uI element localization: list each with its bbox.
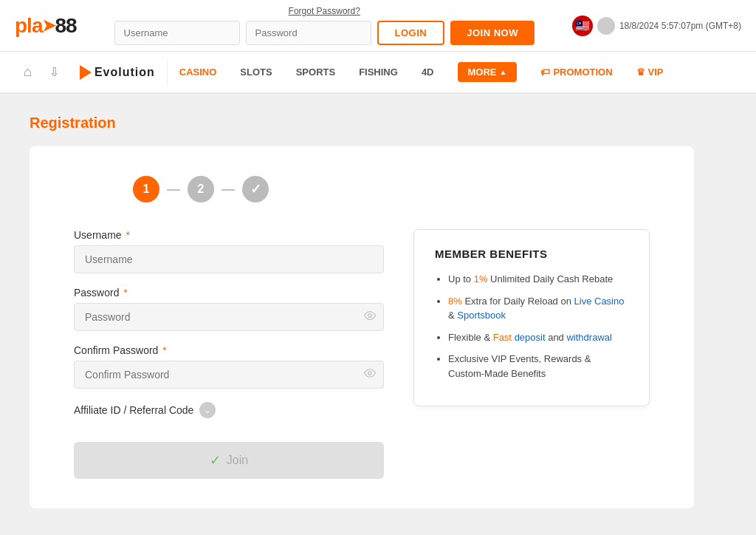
username-required: * — [126, 229, 129, 241]
nav-more[interactable]: MORE ▲ — [446, 52, 529, 92]
nav-bar: ⌂ ⇩ Evolution CASINO SLOTS SPORTS FISHIN… — [0, 52, 756, 94]
password-required: * — [123, 287, 127, 299]
nav-promotion[interactable]: 🏷 PROMOTION — [529, 56, 624, 88]
confirm-password-field-group: Confirm Password * — [74, 344, 384, 389]
nav-items: CASINO SLOTS SPORTS FISHING 4D MORE ▲ 🏷 … — [168, 52, 676, 92]
svg-point-0 — [368, 314, 372, 318]
join-button[interactable]: ✓ Join — [74, 442, 384, 479]
datetime-display: 18/8/2024 5:57:07pm (GMT+8) — [619, 21, 741, 31]
benefits-list: Up to 1% Unlimited Daily Cash Rebate 8% … — [435, 272, 628, 381]
login-button[interactable]: LOGIN — [377, 21, 445, 45]
step-3: ✓ — [242, 176, 269, 202]
forgot-password-link[interactable]: Forgot Password? — [289, 6, 360, 16]
nav-fishing[interactable]: FISHING — [347, 56, 410, 88]
affiliate-expand-icon[interactable]: ⌄ — [199, 402, 216, 418]
username-input[interactable] — [114, 21, 240, 45]
percent-icon: 🏷 — [540, 67, 550, 78]
benefit-item-3: Flexible & Fast deposit and withdrawal — [448, 330, 628, 345]
evo-arrow-icon — [80, 65, 92, 80]
password-input-wrap — [74, 303, 384, 331]
svg-point-1 — [368, 372, 372, 375]
reg-username-input[interactable] — [74, 245, 384, 273]
home-icon[interactable]: ⌂ — [15, 55, 41, 89]
confirm-password-required: * — [162, 344, 166, 356]
affiliate-row[interactable]: Affiliate ID / Referral Code ⌄ — [74, 402, 384, 418]
username-input-wrap — [74, 245, 384, 273]
main-content: Registration 1 — 2 — ✓ Username * — [0, 94, 756, 529]
username-label: Username * — [74, 229, 384, 241]
locale-section: 🇲🇾 18/8/2024 5:57:07pm (GMT+8) — [572, 16, 741, 36]
steps-indicator: 1 — 2 — ✓ — [74, 176, 650, 202]
confirm-password-input-wrap — [74, 361, 384, 389]
password-field-group: Password * — [74, 287, 384, 331]
registration-card: 1 — 2 — ✓ Username * — [30, 146, 694, 508]
nav-more-badge: MORE ▲ — [458, 62, 518, 82]
step-divider-2: — — [221, 182, 235, 197]
form-fields: Username * Password * — [74, 229, 384, 479]
nav-more-label: MORE — [468, 67, 497, 78]
nav-slots[interactable]: SLOTS — [228, 56, 284, 88]
benefit-item-1: Up to 1% Unlimited Daily Cash Rebate — [448, 272, 628, 287]
confirm-password-label: Confirm Password * — [74, 344, 384, 356]
password-label: Password * — [74, 287, 384, 299]
username-field-group: Username * — [74, 229, 384, 273]
logo: pla ➤ 88 — [15, 14, 77, 38]
reg-confirm-password-input[interactable] — [74, 361, 384, 389]
benefit-item-2: 8% Extra for Daily Reload on Live Casino… — [448, 294, 628, 323]
affiliate-label: Affiliate ID / Referral Code — [74, 404, 193, 416]
benefits-card: MEMBER BENEFITS Up to 1% Unlimited Daily… — [413, 229, 650, 406]
nav-vip[interactable]: ♛ VIP — [625, 56, 676, 88]
nav-vip-label: VIP — [648, 67, 664, 78]
nav-casino[interactable]: CASINO — [168, 56, 229, 88]
check-icon: ✓ — [210, 452, 221, 468]
step-divider-1: — — [167, 182, 180, 197]
nav-promotion-label: PROMOTION — [553, 67, 612, 78]
step-1: 1 — [133, 176, 159, 202]
auth-section: Forgot Password? LOGIN JOIN NOW — [114, 6, 535, 45]
chevron-up-icon: ▲ — [500, 68, 507, 76]
join-button-wrap: ✓ Join — [74, 442, 384, 479]
join-button-label: Join — [227, 454, 248, 467]
nav-sports[interactable]: SPORTS — [284, 56, 347, 88]
crown-icon: ♛ — [636, 67, 645, 78]
top-bar: pla ➤ 88 Forgot Password? LOGIN JOIN NOW… — [0, 0, 756, 52]
form-area: Username * Password * — [74, 229, 650, 479]
logo-text: pla — [15, 14, 42, 38]
evo-brand-name: Evolution — [94, 66, 155, 79]
confirm-password-toggle-icon[interactable] — [363, 367, 377, 383]
locale-options-icon[interactable] — [597, 17, 615, 35]
download-icon[interactable]: ⇩ — [41, 56, 68, 88]
evolution-brand[interactable]: Evolution — [68, 59, 168, 86]
reg-password-input[interactable] — [74, 303, 384, 331]
join-now-button[interactable]: JOIN NOW — [450, 21, 535, 45]
page-title: Registration — [30, 115, 726, 132]
flag-icon[interactable]: 🇲🇾 — [572, 16, 593, 36]
header-password-input[interactable] — [246, 21, 371, 45]
benefit-item-4: Exclusive VIP Events, Rewards & Custom-M… — [448, 352, 628, 381]
login-row: LOGIN JOIN NOW — [114, 21, 535, 45]
step-2: 2 — [188, 176, 214, 202]
nav-4d[interactable]: 4D — [410, 56, 446, 88]
password-toggle-icon[interactable] — [363, 309, 377, 325]
lightning-icon: ➤ — [42, 16, 55, 35]
logo-number: 88 — [55, 14, 76, 38]
benefits-title: MEMBER BENEFITS — [435, 248, 628, 260]
